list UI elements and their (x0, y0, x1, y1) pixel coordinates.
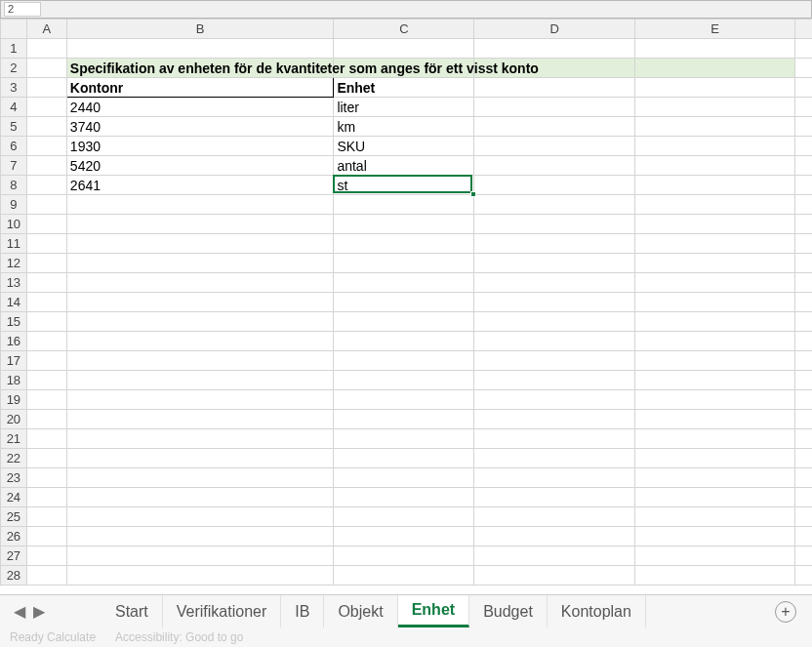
row-header[interactable]: 22 (1, 449, 27, 468)
cell-D9[interactable] (474, 195, 635, 215)
cell-B10[interactable] (66, 215, 334, 234)
tab-ib[interactable]: IB (281, 595, 324, 627)
cell-A6[interactable] (26, 137, 66, 156)
cell-D19[interactable] (474, 390, 635, 410)
cell-A5[interactable] (26, 117, 66, 137)
tab-verifikationer[interactable]: Verifikationer (163, 595, 282, 627)
row-header[interactable]: 5 (1, 117, 27, 137)
cell-F18[interactable] (795, 371, 812, 390)
cell-A3[interactable] (26, 78, 66, 98)
cell-C12[interactable] (334, 254, 474, 273)
worksheet[interactable]: A B C D E F 12Specifikation av enheten f… (0, 19, 812, 594)
col-header-A[interactable]: A (26, 20, 66, 39)
row-header[interactable]: 4 (1, 98, 27, 117)
cell-A25[interactable] (26, 507, 66, 527)
cell-B24[interactable] (66, 488, 334, 507)
cell-B9[interactable] (66, 195, 334, 215)
cell-B5[interactable]: 3740 (66, 117, 334, 137)
col-header-C[interactable]: C (334, 20, 474, 39)
cell-A17[interactable] (26, 351, 66, 371)
cell-C8[interactable]: st (334, 176, 474, 195)
cell-C6[interactable]: SKU (334, 137, 474, 156)
cell-D12[interactable] (474, 254, 635, 273)
cell-D20[interactable] (474, 410, 635, 429)
cell-F17[interactable] (795, 351, 812, 371)
row-header[interactable]: 24 (1, 488, 27, 507)
cell-C14[interactable] (334, 293, 474, 312)
cell-B2[interactable]: Specifikation av enheten för de kvantite… (66, 59, 334, 78)
cell-D8[interactable] (474, 176, 635, 195)
cell-A16[interactable] (26, 332, 66, 351)
tab-nav-prev-icon[interactable]: ◀ (14, 602, 25, 621)
cell-C7[interactable]: antal (334, 156, 474, 176)
cell-F21[interactable] (795, 429, 812, 449)
cell-D7[interactable] (474, 156, 635, 176)
cell-C21[interactable] (334, 429, 474, 449)
cell-D21[interactable] (474, 429, 635, 449)
cell-E26[interactable] (634, 527, 795, 546)
add-sheet-button[interactable]: + (775, 601, 796, 623)
cell-A20[interactable] (26, 410, 66, 429)
cell-B12[interactable] (66, 254, 334, 273)
cell-A27[interactable] (26, 546, 66, 566)
cell-C26[interactable] (334, 527, 474, 546)
tab-objekt[interactable]: Objekt (324, 595, 397, 627)
cell-E5[interactable] (634, 117, 795, 137)
cell-B25[interactable] (66, 507, 334, 527)
cell-E19[interactable] (634, 390, 795, 410)
cell-F3[interactable] (795, 78, 812, 98)
cell-C23[interactable] (334, 468, 474, 488)
cell-B18[interactable] (66, 371, 334, 390)
cell-E4[interactable] (634, 98, 795, 117)
cell-E7[interactable] (634, 156, 795, 176)
cell-A15[interactable] (26, 312, 66, 332)
cell-F4[interactable] (795, 98, 812, 117)
cell-F1[interactable] (795, 39, 812, 59)
cell-B6[interactable]: 1930 (66, 137, 334, 156)
cell-A18[interactable] (26, 371, 66, 390)
cell-F11[interactable] (795, 234, 812, 254)
cell-D25[interactable] (474, 507, 635, 527)
cell-C20[interactable] (334, 410, 474, 429)
row-header[interactable]: 2 (1, 59, 27, 78)
cell-B14[interactable] (66, 293, 334, 312)
cell-C9[interactable] (334, 195, 474, 215)
cell-A13[interactable] (26, 273, 66, 293)
cell-C16[interactable] (334, 332, 474, 351)
row-header[interactable]: 17 (1, 351, 27, 371)
col-header-F[interactable]: F (795, 20, 812, 39)
cell-A14[interactable] (26, 293, 66, 312)
row-header[interactable]: 8 (1, 176, 27, 195)
cell-E16[interactable] (634, 332, 795, 351)
cell-F24[interactable] (795, 488, 812, 507)
cell-D27[interactable] (474, 546, 635, 566)
tab-kontoplan[interactable]: Kontoplan (548, 595, 646, 627)
col-header-E[interactable]: E (634, 20, 795, 39)
cell-E20[interactable] (634, 410, 795, 429)
cell-A19[interactable] (26, 390, 66, 410)
cell-A1[interactable] (26, 39, 66, 59)
cell-E8[interactable] (634, 176, 795, 195)
cell-E28[interactable] (634, 566, 795, 586)
row-header[interactable]: 9 (1, 195, 27, 215)
cell-F13[interactable] (795, 273, 812, 293)
cell-E11[interactable] (634, 234, 795, 254)
cell-A21[interactable] (26, 429, 66, 449)
cell-E2[interactable] (634, 59, 795, 78)
cell-F5[interactable] (795, 117, 812, 137)
row-header[interactable]: 15 (1, 312, 27, 332)
cell-A22[interactable] (26, 449, 66, 468)
cell-F9[interactable] (795, 195, 812, 215)
tab-enhet[interactable]: Enhet (398, 595, 469, 627)
cell-B26[interactable] (66, 527, 334, 546)
cell-E17[interactable] (634, 351, 795, 371)
cell-B11[interactable] (66, 234, 334, 254)
cell-F6[interactable] (795, 137, 812, 156)
cell-E1[interactable] (634, 39, 795, 59)
cell-C5[interactable]: km (334, 117, 474, 137)
row-header[interactable]: 14 (1, 293, 27, 312)
cell-E12[interactable] (634, 254, 795, 273)
row-header[interactable]: 28 (1, 566, 27, 586)
cell-F7[interactable] (795, 156, 812, 176)
cell-A23[interactable] (26, 468, 66, 488)
